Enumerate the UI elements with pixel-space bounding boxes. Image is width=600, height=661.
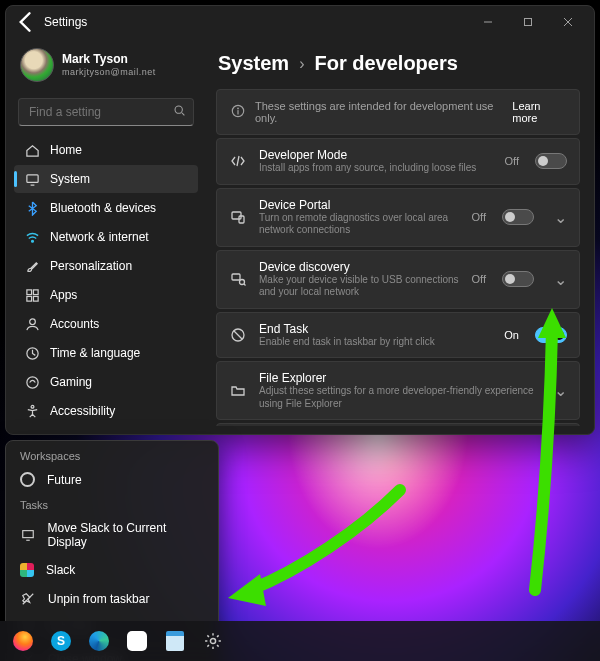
chevron-down-icon[interactable]: ⌄ — [554, 208, 567, 227]
info-icon — [231, 104, 245, 120]
nav-gaming[interactable]: Gaming — [14, 368, 198, 396]
settings-rows: Developer ModeInstall apps from any sour… — [216, 138, 580, 426]
wifi-icon — [24, 229, 40, 245]
nav-accounts[interactable]: Accounts — [14, 310, 198, 338]
user-name: Mark Tyson — [62, 53, 156, 67]
settings-window: Settings Mark Tyson markjtyson@mail.net — [5, 5, 595, 435]
gaming-icon — [24, 374, 40, 390]
firefox-icon — [13, 631, 33, 651]
unpin-icon — [20, 591, 36, 607]
toggle-state: Off — [472, 273, 486, 285]
monitor-icon — [20, 527, 36, 543]
nav-system[interactable]: System — [14, 165, 198, 193]
taskbar-notepad[interactable] — [158, 624, 192, 658]
close-button[interactable] — [548, 8, 588, 36]
svg-rect-14 — [237, 110, 238, 114]
chevron-down-icon[interactable]: ⌄ — [554, 381, 567, 400]
nav-list: Home System Bluetooth & devices Network … — [14, 136, 198, 430]
minimize-button[interactable] — [468, 8, 508, 36]
svg-rect-17 — [232, 274, 240, 280]
row-device-discovery[interactable]: Device discoveryMake your device visible… — [216, 250, 580, 309]
row-desc: Adjust these settings for a more develop… — [259, 385, 534, 410]
taskbar-edge[interactable] — [82, 624, 116, 658]
nav-label: Apps — [50, 288, 77, 302]
toggle-device-discovery[interactable] — [502, 271, 534, 287]
svg-rect-6 — [26, 296, 31, 301]
nav-accessibility[interactable]: Accessibility — [14, 397, 198, 425]
window-title: Settings — [44, 15, 87, 29]
nav-label: Time & language — [50, 346, 140, 360]
nav-time[interactable]: Time & language — [14, 339, 198, 367]
row-end-task[interactable]: End TaskEnable end task in taskbar by ri… — [216, 312, 580, 359]
avatar — [20, 48, 54, 82]
toggle-state: On — [504, 329, 519, 341]
taskbar-settings[interactable] — [196, 624, 230, 658]
breadcrumb-root[interactable]: System — [218, 52, 289, 75]
svg-point-22 — [210, 638, 215, 643]
nav-label: Network & internet — [50, 230, 149, 244]
nav-network[interactable]: Network & internet — [14, 223, 198, 251]
ctx-label: Unpin from taskbar — [48, 592, 149, 606]
nav-bluetooth[interactable]: Bluetooth & devices — [14, 194, 198, 222]
row-desc: Make your device visible to USB connecti… — [259, 274, 460, 299]
user-icon — [24, 316, 40, 332]
row-device-portal[interactable]: Device PortalTurn on remote diagnostics … — [216, 188, 580, 247]
svg-point-1 — [175, 106, 182, 113]
nav-privacy[interactable]: Privacy & security — [14, 426, 198, 430]
code-icon — [229, 153, 247, 169]
toggle-developer-mode[interactable] — [535, 153, 567, 169]
chevron-down-icon[interactable]: ⌄ — [554, 270, 567, 289]
ctx-move-display[interactable]: Move Slack to Current Display — [6, 514, 218, 556]
row-remote-desktop[interactable]: Remote DesktopEnable Remote Desktop and … — [216, 423, 580, 426]
row-title: Device discovery — [259, 260, 460, 274]
accessibility-icon — [24, 403, 40, 419]
edge-icon — [89, 631, 109, 651]
ctx-workspace-future[interactable]: Future — [6, 465, 218, 494]
discovery-icon — [229, 271, 247, 287]
search-input[interactable] — [18, 98, 194, 126]
row-title: End Task — [259, 322, 492, 336]
taskbar-firefox[interactable] — [6, 624, 40, 658]
clock-icon — [24, 345, 40, 361]
search-box — [18, 98, 194, 126]
user-email: markjtyson@mail.net — [62, 67, 156, 77]
ctx-slack[interactable]: Slack — [6, 556, 218, 584]
nav-label: Accounts — [50, 317, 99, 331]
learn-more-link[interactable]: Learn more — [512, 100, 565, 124]
row-desc: Enable end task in taskbar by right clic… — [259, 336, 492, 349]
nav-apps[interactable]: Apps — [14, 281, 198, 309]
brush-icon — [24, 258, 40, 274]
toggle-state: Off — [505, 155, 519, 167]
row-developer-mode[interactable]: Developer ModeInstall apps from any sour… — [216, 138, 580, 185]
row-file-explorer[interactable]: File ExplorerAdjust these settings for a… — [216, 361, 580, 420]
nav-personalization[interactable]: Personalization — [14, 252, 198, 280]
portal-icon — [229, 209, 247, 225]
taskbar: S — [0, 621, 600, 661]
svg-point-3 — [31, 240, 33, 242]
toggle-end-task[interactable] — [535, 327, 567, 343]
svg-rect-0 — [525, 19, 532, 26]
toggle-state: Off — [472, 211, 486, 223]
nav-label: Gaming — [50, 375, 92, 389]
search-icon — [173, 103, 186, 121]
user-block[interactable]: Mark Tyson markjtyson@mail.net — [14, 44, 198, 90]
ctx-label: Slack — [46, 563, 75, 577]
toggle-device-portal[interactable] — [502, 209, 534, 225]
maximize-button[interactable] — [508, 8, 548, 36]
taskbar-slack[interactable] — [120, 624, 154, 658]
back-button[interactable] — [12, 8, 40, 36]
gear-icon — [204, 632, 222, 650]
svg-rect-5 — [33, 289, 38, 294]
ctx-label: Future — [47, 473, 82, 487]
slack-icon — [20, 563, 34, 577]
ctx-header-tasks: Tasks — [6, 494, 218, 514]
home-icon — [24, 142, 40, 158]
page-title: For developers — [314, 52, 457, 75]
nav-label: Accessibility — [50, 404, 115, 418]
apps-icon — [24, 287, 40, 303]
ctx-unpin[interactable]: Unpin from taskbar — [6, 584, 218, 614]
taskbar-skype[interactable]: S — [44, 624, 78, 658]
breadcrumb: System › For developers — [218, 52, 580, 75]
svg-rect-20 — [23, 531, 34, 538]
nav-home[interactable]: Home — [14, 136, 198, 164]
